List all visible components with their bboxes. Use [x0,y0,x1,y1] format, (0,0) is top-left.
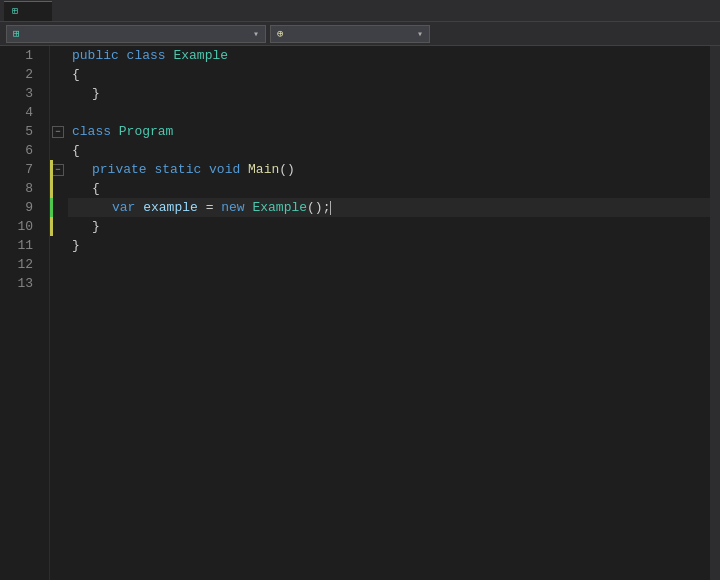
code-line: public class Example [68,46,710,65]
token-kw: public [72,46,127,65]
member-chevron-icon [417,28,423,40]
collapse-button[interactable]: − [52,164,64,176]
namespace-icon: ⊞ [13,27,20,40]
line-numbers: 12345678910111213 [0,46,50,580]
file-tab[interactable]: ⊞ [4,1,52,21]
code-line: { [68,179,710,198]
margin-line [50,141,68,160]
token-kw: static [154,160,209,179]
line-number: 4 [0,103,41,122]
line-number: 1 [0,46,41,65]
margin-line [50,217,68,236]
code-area[interactable]: public class Example{}class Program{priv… [68,46,710,580]
collapse-button[interactable]: − [52,126,64,138]
nav-bar: ⊞ ⊕ [0,22,720,46]
code-line [68,274,710,293]
token-kw: class [72,122,119,141]
scrollbar[interactable] [710,46,720,580]
code-line: } [68,84,710,103]
member-icon: ⊕ [277,27,284,40]
title-bar: ⊞ [0,0,720,22]
editor[interactable]: 12345678910111213 −− public class Exampl… [0,46,720,580]
margin-line [50,46,68,65]
token-punc: } [92,217,100,236]
token-kw: new [221,198,252,217]
token-identifier: example [143,198,198,217]
code-line [68,255,710,274]
line-number: 9 [0,198,41,217]
line-number: 11 [0,236,41,255]
code-line: { [68,65,710,84]
margin-line [50,84,68,103]
token-kw: class [127,46,174,65]
token-punc: { [72,141,80,160]
token-punc: (); [307,198,330,217]
token-punc: { [72,65,80,84]
token-method: Main [248,160,279,179]
file-tab-icon: ⊞ [12,5,18,17]
token-punc: } [92,84,100,103]
line-number: 6 [0,141,41,160]
token-punc: } [72,236,80,255]
margin-line [50,236,68,255]
token-punc: { [92,179,100,198]
code-line [68,103,710,122]
margin-line [50,255,68,274]
token-type: Example [173,46,228,65]
code-line: private static void Main() [68,160,710,179]
margin-area: −− [50,46,68,580]
line-number: 13 [0,274,41,293]
token-type: Example [252,198,307,217]
token-op: = [198,198,221,217]
token-type: Program [119,122,174,141]
line-number: 2 [0,65,41,84]
namespace-dropdown[interactable]: ⊞ [6,25,266,43]
token-kw: var [112,198,143,217]
line-number: 3 [0,84,41,103]
line-number: 7 [0,160,41,179]
tab-close-button[interactable] [30,4,44,18]
namespace-chevron-icon [253,28,259,40]
margin-line: − [50,122,68,141]
code-line: var example = new Example(); [68,198,710,217]
code-line: } [68,217,710,236]
code-line: class Program [68,122,710,141]
line-number: 5 [0,122,41,141]
token-kw: private [92,160,154,179]
line-number: 8 [0,179,41,198]
margin-line: − [50,160,68,179]
margin-line [50,179,68,198]
token-kw: void [209,160,248,179]
margin-line [50,65,68,84]
line-number: 12 [0,255,41,274]
code-line: { [68,141,710,160]
margin-line [50,103,68,122]
margin-line [50,198,68,217]
line-number: 10 [0,217,41,236]
member-dropdown[interactable]: ⊕ [270,25,430,43]
code-line: } [68,236,710,255]
token-punc: () [279,160,295,179]
margin-line [50,274,68,293]
text-cursor [330,201,331,215]
